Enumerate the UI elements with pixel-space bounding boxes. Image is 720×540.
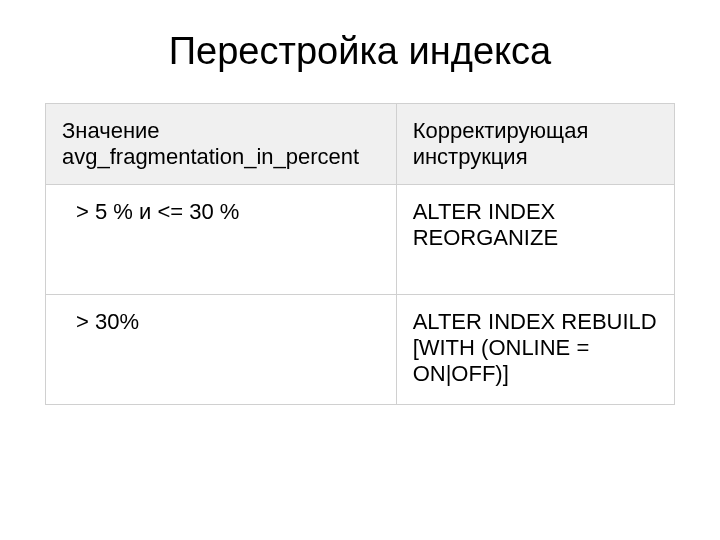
table-header-row: Значение avg_fragmentation_in_percent Ко… <box>46 104 675 185</box>
fragmentation-table: Значение avg_fragmentation_in_percent Ко… <box>45 103 675 405</box>
cell-condition: > 30% <box>46 295 397 405</box>
table-row: > 30% ALTER INDEX REBUILD [WITH (ONLINE … <box>46 295 675 405</box>
header-condition: Значение avg_fragmentation_in_percent <box>46 104 397 185</box>
table-row: > 5 % и <= 30 % ALTER INDEX REORGANIZE <box>46 185 675 295</box>
cell-condition: > 5 % и <= 30 % <box>46 185 397 295</box>
cell-action: ALTER INDEX REORGANIZE <box>396 185 674 295</box>
page-title: Перестройка индекса <box>45 30 675 73</box>
header-action: Корректирующая инструкция <box>396 104 674 185</box>
cell-action: ALTER INDEX REBUILD [WITH (ONLINE = ON|O… <box>396 295 674 405</box>
